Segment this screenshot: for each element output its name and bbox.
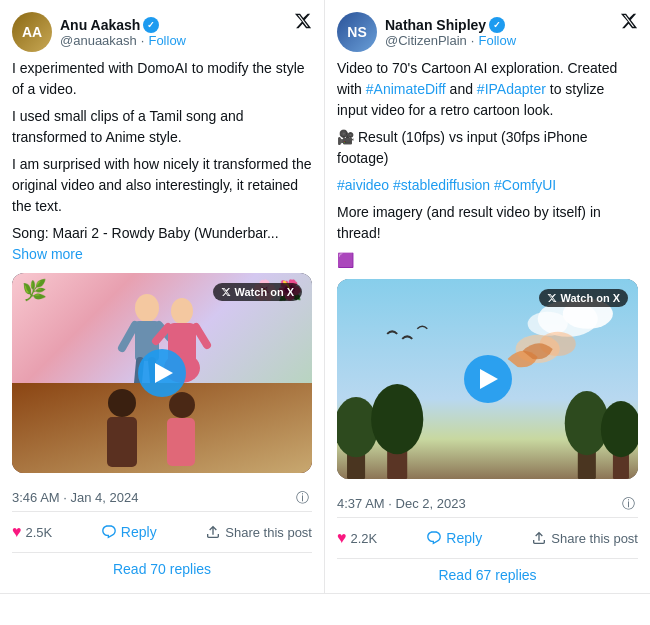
timestamp-right: 4:37 AM · Dec 2, 2023	[337, 496, 466, 511]
svg-point-6	[171, 298, 193, 324]
heart-icon-right[interactable]: ♥	[337, 529, 347, 547]
user-details-right: Nathan Shipley ✓ @CitizenPlain · Follow	[385, 17, 516, 48]
share-icon-right	[531, 530, 547, 546]
follow-link-right[interactable]: Follow	[478, 33, 516, 48]
timestamp-row-left: 3:46 AM · Jan 4, 2024 ⓘ	[12, 483, 312, 512]
reply-label-right: Reply	[446, 530, 482, 546]
watch-badge-text-right: Watch on X	[561, 292, 620, 304]
svg-rect-13	[107, 417, 137, 467]
body-p4-right: More imagery (and result video by itself…	[337, 202, 638, 244]
hashtag-animatediff[interactable]: #AnimateDiff	[366, 81, 446, 97]
body-p2-right: 🎥 Result (10fps) vs input (30fps iPhone …	[337, 127, 638, 169]
timestamp-row-right: 4:37 AM · Dec 2, 2023 ⓘ	[337, 489, 638, 518]
info-icon-right[interactable]: ⓘ	[622, 495, 638, 511]
post-body-right: Video to 70's Cartoon AI exploration. Cr…	[337, 58, 638, 271]
post-header-right: NS Nathan Shipley ✓ @CitizenPlain · Foll…	[337, 12, 638, 52]
post-body-left: I experimented with DomoAI to modify the…	[12, 58, 312, 265]
play-triangle-left	[155, 363, 173, 383]
user-info-left: AA Anu Aakash ✓ @anuaakash · Follow	[12, 12, 186, 52]
likes-count-left: 2.5K	[26, 525, 53, 540]
share-group-left[interactable]: Share this post	[205, 524, 312, 540]
follow-link-left[interactable]: Follow	[148, 33, 186, 48]
likes-group-right: ♥ 2.2K	[337, 529, 377, 547]
avatar-left[interactable]: AA	[12, 12, 52, 52]
svg-point-14	[169, 392, 195, 418]
watch-badge-right: Watch on X	[539, 289, 628, 307]
svg-point-0	[135, 294, 159, 322]
svg-line-2	[122, 325, 135, 348]
x-logo-right	[620, 12, 638, 33]
user-name-row-left: Anu Aakash ✓	[60, 17, 186, 33]
video-inner-right: Watch on X	[337, 279, 638, 479]
hashtag-comfyui[interactable]: #ComfyUI	[494, 177, 556, 193]
reply-button-left[interactable]: Reply	[93, 520, 165, 544]
share-icon-left	[205, 524, 221, 540]
verified-badge-left: ✓	[143, 17, 159, 33]
watch-badge-text-left: Watch on X	[235, 286, 294, 298]
user-info-right: NS Nathan Shipley ✓ @CitizenPlain · Foll…	[337, 12, 516, 52]
svg-rect-15	[167, 418, 195, 466]
verified-badge-right: ✓	[489, 17, 505, 33]
user-name-row-right: Nathan Shipley ✓	[385, 17, 516, 33]
avatar-right[interactable]: NS	[337, 12, 377, 52]
share-label-left: Share this post	[225, 525, 312, 540]
posts-container: AA Anu Aakash ✓ @anuaakash · Follow	[0, 0, 650, 594]
user-handle-text-right: @CitizenPlain	[385, 33, 467, 48]
body-hashtags-right: #aivideo #stablediffusion #ComfyUI	[337, 175, 638, 196]
body-p1-right: Video to 70's Cartoon AI exploration. Cr…	[337, 58, 638, 121]
anime-plant: 🌿	[22, 278, 47, 302]
body-p1-left: I experimented with DomoAI to modify the…	[12, 58, 312, 100]
svg-point-25	[371, 384, 423, 454]
svg-line-9	[196, 327, 207, 345]
reply-label-left: Reply	[121, 524, 157, 540]
share-label-right: Share this post	[551, 531, 638, 546]
user-handle-right: @CitizenPlain · Follow	[385, 33, 516, 48]
read-replies-right[interactable]: Read 67 replies	[337, 559, 638, 593]
separator-left: ·	[141, 33, 145, 48]
post-header-left: AA Anu Aakash ✓ @anuaakash · Follow	[12, 12, 312, 52]
body-p4-left: Song: Maari 2 - Rowdy Baby (Wunderbar...…	[12, 223, 312, 265]
x-logo-left	[294, 12, 312, 33]
user-name-right: Nathan Shipley	[385, 17, 486, 33]
user-name-left: Anu Aakash	[60, 17, 140, 33]
timestamp-left: 3:46 AM · Jan 4, 2024	[12, 490, 138, 505]
action-row-right: ♥ 2.2K Reply Share this post	[337, 520, 638, 559]
reply-button-right[interactable]: Reply	[418, 526, 490, 550]
play-button-left[interactable]	[138, 349, 186, 397]
likes-group-left: ♥ 2.5K	[12, 523, 52, 541]
hashtag-aivideo[interactable]: #aivideo	[337, 177, 389, 193]
hashtag-ipadapter[interactable]: #IPAdapter	[477, 81, 546, 97]
separator-right: ·	[471, 33, 475, 48]
play-button-right[interactable]	[464, 355, 512, 403]
svg-point-12	[108, 389, 136, 417]
video-thumb-left[interactable]: 🌿 🌸🌺	[12, 273, 312, 473]
user-details-left: Anu Aakash ✓ @anuaakash · Follow	[60, 17, 186, 48]
read-replies-left[interactable]: Read 70 replies	[12, 553, 312, 587]
video-thumb-right[interactable]: Watch on X	[337, 279, 638, 479]
user-handle-text-left: @anuaakash	[60, 33, 137, 48]
post-right: NS Nathan Shipley ✓ @CitizenPlain · Foll…	[325, 0, 650, 594]
user-handle-left: @anuaakash · Follow	[60, 33, 186, 48]
hashtag-stablediffusion[interactable]: #stablediffusion	[393, 177, 490, 193]
action-row-left: ♥ 2.5K Reply Share this post	[12, 514, 312, 553]
show-more-left[interactable]: Show more	[12, 246, 83, 262]
body-p2-left: I used small clips of a Tamil song and t…	[12, 106, 312, 148]
likes-count-right: 2.2K	[351, 531, 378, 546]
info-icon-left[interactable]: ⓘ	[296, 489, 312, 505]
play-triangle-right	[480, 369, 498, 389]
body-p3-left: I am surprised with how nicely it transf…	[12, 154, 312, 217]
reply-icon-left	[101, 524, 117, 540]
share-group-right[interactable]: Share this post	[531, 530, 638, 546]
body-purple-right: 🟪	[337, 250, 638, 271]
post-left: AA Anu Aakash ✓ @anuaakash · Follow	[0, 0, 325, 594]
video-inner-left: 🌿 🌸🌺	[12, 273, 312, 473]
heart-icon-left[interactable]: ♥	[12, 523, 22, 541]
watch-badge-left: Watch on X	[213, 283, 302, 301]
reply-icon-right	[426, 530, 442, 546]
